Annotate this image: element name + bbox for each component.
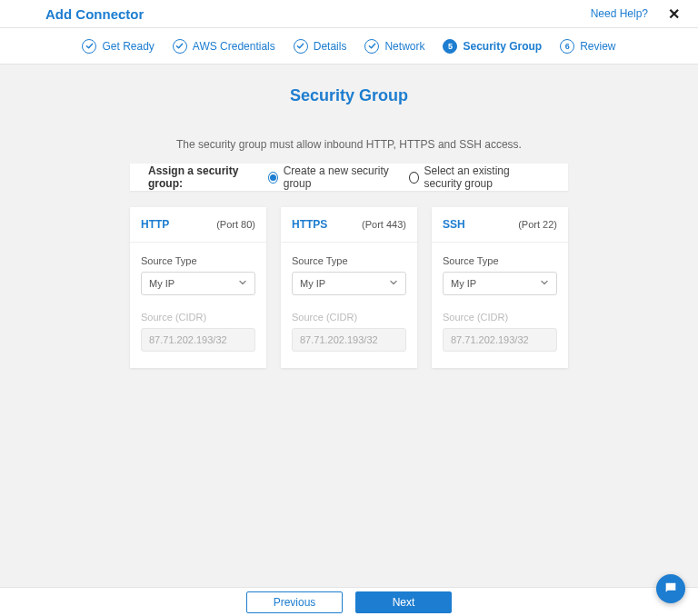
protocol-label: HTTPS — [292, 218, 327, 231]
rule-cards: HTTP (Port 80) Source Type My IP Source … — [130, 207, 568, 368]
select-value: My IP — [451, 278, 476, 289]
rule-card-body: Source Type My IP Source (CIDR) 87.71.20… — [130, 243, 266, 368]
rule-card-header: HTTP (Port 80) — [130, 207, 266, 243]
cidr-value: 87.71.202.193/32 — [300, 334, 378, 345]
header-actions: Need Help? ✕ — [591, 4, 683, 25]
wizard-steps: Get Ready AWS Credentials Details Networ… — [0, 28, 698, 65]
rule-card-body: Source Type My IP Source (CIDR) 87.71.20… — [281, 243, 417, 368]
step-details[interactable]: Details — [294, 39, 347, 54]
wizard-body: Security Group The security group must a… — [0, 65, 698, 368]
radio-label: Create a new security group — [284, 164, 393, 190]
need-help-link[interactable]: Need Help? — [591, 7, 648, 20]
chevron-down-icon — [389, 278, 398, 289]
port-label: (Port 443) — [362, 219, 406, 230]
source-type-select[interactable]: My IP — [292, 272, 406, 295]
close-icon[interactable]: ✕ — [664, 4, 683, 25]
step-number-icon: 5 — [443, 39, 457, 54]
wizard-header: Add Connector Need Help? ✕ — [0, 0, 698, 28]
rule-card-body: Source Type My IP Source (CIDR) 87.71.20… — [432, 243, 568, 368]
page-subtitle: The security group must allow inbound HT… — [176, 138, 522, 151]
cidr-label: Source (CIDR) — [443, 312, 557, 323]
step-label: Get Ready — [102, 40, 154, 53]
protocol-label: SSH — [443, 218, 465, 231]
assign-security-group-bar: Assign a security group: Create a new se… — [130, 164, 568, 191]
step-label: Review — [580, 40, 615, 53]
chevron-down-icon — [540, 278, 549, 289]
step-number-icon: 6 — [560, 39, 574, 54]
source-type-label: Source Type — [141, 255, 255, 266]
rule-card-ssh: SSH (Port 22) Source Type My IP Source (… — [432, 207, 568, 368]
rule-card-header: HTTPS (Port 443) — [281, 207, 417, 243]
radio-icon — [268, 172, 278, 184]
source-type-select[interactable]: My IP — [443, 272, 557, 295]
cidr-label: Source (CIDR) — [141, 312, 255, 323]
check-icon — [173, 39, 187, 54]
radio-icon — [409, 172, 419, 184]
wizard-footer: Previous Next — [0, 587, 698, 616]
cidr-input: 87.71.202.193/32 — [443, 328, 557, 352]
cidr-value: 87.71.202.193/32 — [451, 334, 529, 345]
rule-card-https: HTTPS (Port 443) Source Type My IP Sourc… — [281, 207, 417, 368]
cidr-label: Source (CIDR) — [292, 312, 406, 323]
step-security-group[interactable]: 5 Security Group — [443, 39, 542, 54]
step-aws-credentials[interactable]: AWS Credentials — [173, 39, 275, 54]
step-review[interactable]: 6 Review — [560, 39, 615, 54]
step-get-ready[interactable]: Get Ready — [82, 39, 154, 54]
select-value: My IP — [300, 278, 325, 289]
radio-create-new[interactable]: Create a new security group — [268, 164, 393, 190]
chevron-down-icon — [238, 278, 247, 289]
port-label: (Port 22) — [518, 219, 557, 230]
source-type-select[interactable]: My IP — [141, 272, 255, 295]
cidr-input: 87.71.202.193/32 — [292, 328, 406, 352]
next-button[interactable]: Next — [355, 591, 452, 613]
step-label: Details — [314, 40, 347, 53]
previous-button[interactable]: Previous — [246, 591, 343, 613]
step-label: AWS Credentials — [193, 40, 275, 53]
step-network[interactable]: Network — [364, 39, 424, 54]
step-label: Security Group — [463, 40, 542, 53]
chat-icon — [663, 581, 678, 598]
assign-label: Assign a security group: — [148, 164, 252, 190]
page-title-header: Add Connector — [45, 6, 144, 22]
select-value: My IP — [149, 278, 174, 289]
source-type-label: Source Type — [292, 255, 406, 266]
check-icon — [294, 39, 308, 54]
cidr-input: 87.71.202.193/32 — [141, 328, 255, 352]
source-type-label: Source Type — [443, 255, 557, 266]
check-icon — [364, 39, 379, 54]
page-title: Security Group — [290, 86, 408, 105]
radio-select-existing[interactable]: Select an existing security group — [409, 164, 550, 190]
port-label: (Port 80) — [216, 219, 255, 230]
rule-card-header: SSH (Port 22) — [432, 207, 568, 243]
radio-label: Select an existing security group — [424, 164, 550, 190]
cidr-value: 87.71.202.193/32 — [149, 334, 227, 345]
rule-card-http: HTTP (Port 80) Source Type My IP Source … — [130, 207, 266, 368]
protocol-label: HTTP — [141, 218, 169, 231]
chat-launcher[interactable] — [656, 574, 685, 603]
step-label: Network — [384, 40, 424, 53]
check-icon — [82, 39, 96, 54]
